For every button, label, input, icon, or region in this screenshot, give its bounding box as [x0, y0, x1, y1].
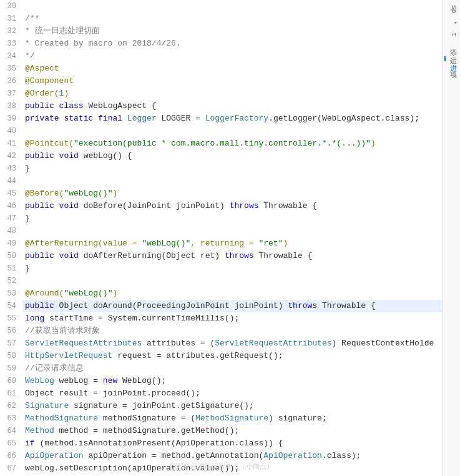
line-number: 61 — [0, 387, 22, 400]
token-plain: webLog = — [54, 376, 103, 385]
token-comment: */ — [25, 51, 35, 61]
line-code — [22, 0, 443, 12]
line-number: 35 — [0, 62, 22, 75]
token-plain: } — [25, 264, 30, 273]
code-line-42: 42 public void webLog() { — [0, 150, 443, 162]
token-annotation: @Around( — [25, 289, 64, 298]
line-number: 49 — [0, 237, 22, 250]
sidebar-item-1[interactable]: * — [444, 18, 459, 27]
token-plain: } — [25, 214, 30, 223]
line-number: 30 — [0, 0, 22, 12]
code-line-58: 58 HttpServletRequest request = attribut… — [0, 350, 443, 362]
token-plain: webLog() { — [84, 151, 132, 161]
line-code — [22, 225, 443, 237]
token-annotation: , returning = — [190, 239, 258, 248]
token-plain: doBefore(JoinPoint joinPoint) — [84, 201, 230, 211]
code-line-55: 55 long startTime = System.currentTimeMi… — [0, 312, 443, 325]
line-code: long startTime = System.currentTimeMilli… — [22, 312, 443, 325]
sidebar-item-5[interactable]: 进 — [444, 56, 459, 61]
token-kw-blue: class — [59, 101, 89, 111]
line-code: MethodSignature methodSignature = (Metho… — [22, 412, 443, 425]
code-line-36: 36@Component — [0, 75, 443, 87]
token-plain: methodSignature = ( — [98, 414, 195, 423]
line-code: } — [22, 212, 443, 225]
token-plain: Throwable { — [258, 251, 312, 260]
line-code: @Component — [22, 75, 443, 87]
token-kw-blue: throws — [230, 201, 264, 211]
token-kw-blue: public — [25, 301, 59, 310]
line-code: Object result = joinPoint.proceed(); — [22, 387, 443, 400]
token-plain: Object doAround(ProceedingJoinPoint join… — [59, 301, 288, 310]
code-line-45: 45 @Before("webLog()") — [0, 187, 443, 200]
code-line-34: 34 */ — [0, 50, 443, 62]
token-type: Method — [25, 426, 54, 435]
line-code: @Pointcut("execution(public * com.macro.… — [22, 137, 443, 150]
token-plain: ) RequestContextHolde — [332, 339, 434, 348]
line-number: 64 — [0, 425, 22, 437]
code-line-62: 62 Signature signature = joinPoint.getSi… — [0, 400, 443, 412]
code-line-63: 63 MethodSignature methodSignature = (Me… — [0, 412, 443, 425]
token-kw-blue: throws — [288, 301, 322, 310]
token-annotation: @Component — [25, 76, 74, 86]
code-line-37: 37@Order(1) — [0, 87, 443, 100]
line-number: 65 — [0, 437, 22, 450]
token-plain: .class); — [322, 451, 361, 460]
token-string: "ret" — [258, 239, 283, 248]
line-number: 36 — [0, 75, 22, 87]
token-plain: webLog.setDescription(apiOperation.value… — [25, 464, 239, 473]
line-number: 43 — [0, 162, 22, 175]
token-annotation: @Pointcut( — [25, 139, 74, 148]
token-kw-blue: public — [25, 101, 59, 111]
token-type: HttpServletRequest — [25, 351, 112, 360]
line-number: 63 — [0, 412, 22, 425]
line-number: 54 — [0, 300, 22, 312]
line-number: 33 — [0, 37, 22, 50]
token-kw-blue: void — [59, 201, 84, 211]
code-line-33: 33 * Created by macro on 2018/4/26. — [0, 37, 443, 50]
token-kw-blue: private — [25, 114, 64, 123]
code-line-46: 46 public void doBefore(JoinPoint joinPo… — [0, 200, 443, 212]
token-string: "execution(public * com.macro.mall.tiny.… — [74, 139, 371, 148]
sidebar-item-6[interactable]: 项 — [444, 64, 459, 69]
line-number: 48 — [0, 225, 22, 237]
line-code: @Order(1) — [22, 87, 443, 100]
sidebar-item-3[interactable]: 添 — [444, 41, 459, 46]
line-number: 44 — [0, 175, 22, 187]
token-plain: } — [25, 164, 30, 173]
code-line-57: 57 ServletRequestAttributes attributes =… — [0, 337, 443, 350]
line-code: //获取当前请求对象 — [22, 325, 443, 337]
sidebar-item-0[interactable]: Sp — [444, 2, 459, 16]
token-plain: Object result = joinPoint.proceed(); — [25, 389, 200, 398]
token-string: "webLog()" — [64, 189, 112, 198]
code-line-59: 59 //记录请求信息 — [0, 362, 443, 375]
line-number: 37 — [0, 87, 22, 100]
token-type: ApiOperation — [25, 451, 84, 460]
sidebar-item-2[interactable]: t — [444, 30, 459, 39]
line-code: Method method = methodSignature.getMetho… — [22, 425, 443, 437]
sidebar-item-4[interactable]: 运 — [444, 49, 459, 54]
line-code: public void doBefore(JoinPoint joinPoint… — [22, 200, 443, 212]
token-annotation: ) — [64, 89, 69, 98]
line-code: * Created by macro on 2018/4/26. — [22, 37, 443, 50]
line-number: 40 — [0, 125, 22, 137]
line-code: /** — [22, 12, 443, 25]
token-kw-blue: public — [25, 151, 59, 161]
token-plain: Throwable { — [322, 301, 376, 310]
token-kw-blue: static — [64, 114, 98, 123]
line-code: @Around("webLog()") — [22, 287, 443, 300]
token-plain: LOGGER = — [157, 114, 205, 123]
code-line-49: 49 @AfterReturning(value = "webLog()", r… — [0, 237, 443, 250]
code-line-54: 54 public Object doAround(ProceedingJoin… — [0, 300, 443, 312]
token-type: LoggerFactory — [205, 114, 268, 123]
token-annotation: @AfterReturning(value = — [25, 239, 142, 248]
line-code: public class WebLogAspect { — [22, 100, 443, 112]
line-code: WebLog webLog = new WebLog(); — [22, 375, 443, 387]
line-number: 57 — [0, 337, 22, 350]
line-number: 51 — [0, 262, 22, 275]
line-code: ApiOperation apiOperation = method.getAn… — [22, 450, 443, 462]
line-number: 38 — [0, 100, 22, 112]
token-kw-blue: if — [25, 439, 39, 448]
line-code — [22, 175, 443, 187]
line-code — [22, 275, 443, 287]
token-annotation: ) — [371, 139, 376, 148]
